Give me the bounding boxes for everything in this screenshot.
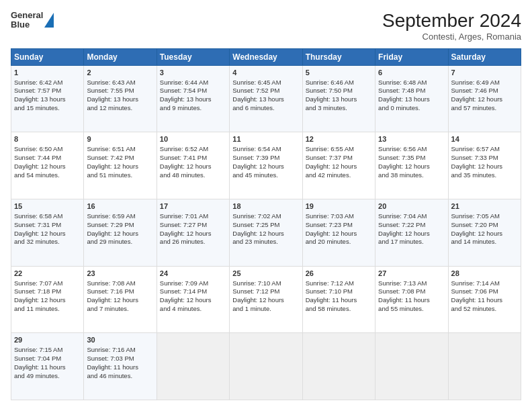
day-info: Sunrise: 7:13 AM [378, 279, 445, 288]
col-sunday: Sunday [11, 48, 84, 65]
day-info: Daylight: 11 hours [87, 363, 153, 372]
day-info: and 49 minutes. [14, 372, 81, 381]
day-number: 27 [378, 269, 445, 279]
calendar-table: Sunday Monday Tuesday Wednesday Thursday… [11, 48, 521, 400]
day-info: Daylight: 13 hours [14, 95, 81, 104]
day-info: Sunrise: 6:52 AM [160, 145, 226, 154]
title-block: September 2024 Contesti, Arges, Romania [382, 11, 521, 42]
logo-text: General Blue [11, 11, 43, 30]
day-number: 19 [306, 201, 372, 212]
day-number: 8 [14, 134, 81, 144]
day-number: 4 [232, 68, 299, 78]
day-info: Sunrise: 7:04 AM [378, 212, 445, 221]
calendar-week-1: 8Sunrise: 6:50 AMSunset: 7:44 PMDaylight… [11, 132, 521, 199]
day-number: 17 [160, 201, 226, 212]
day-info: Sunset: 7:18 PM [14, 287, 81, 296]
calendar-cell: 11Sunrise: 6:54 AMSunset: 7:39 PMDayligh… [230, 132, 302, 199]
day-info: Sunset: 7:29 PM [87, 221, 153, 230]
day-info: Daylight: 11 hours [306, 296, 372, 305]
calendar-cell: 7Sunrise: 6:49 AMSunset: 7:46 PMDaylight… [448, 65, 521, 132]
day-number: 30 [87, 335, 153, 345]
day-info: Daylight: 12 hours [87, 163, 153, 171]
day-info: Sunset: 7:35 PM [378, 154, 445, 163]
day-number: 9 [87, 134, 153, 144]
day-number: 29 [14, 335, 81, 345]
day-info: Sunset: 7:50 PM [306, 87, 372, 95]
calendar-cell [448, 333, 521, 400]
day-info: and 9 minutes. [160, 104, 226, 113]
calendar-subtitle: Contesti, Arges, Romania [382, 32, 521, 42]
day-info: Daylight: 12 hours [232, 230, 299, 238]
day-number: 26 [306, 269, 372, 279]
day-number: 24 [160, 269, 226, 279]
day-info: Sunrise: 6:51 AM [87, 145, 153, 154]
day-info: Sunset: 7:14 PM [160, 287, 226, 296]
day-number: 6 [378, 68, 445, 78]
day-info: and 45 minutes. [232, 171, 299, 180]
day-info: Daylight: 12 hours [451, 95, 518, 104]
calendar-cell: 9Sunrise: 6:51 AMSunset: 7:42 PMDaylight… [84, 132, 157, 199]
day-info: and 42 minutes. [306, 171, 372, 180]
calendar-title: September 2024 [382, 11, 521, 32]
calendar-week-2: 15Sunrise: 6:58 AMSunset: 7:31 PMDayligh… [11, 199, 521, 267]
day-info: Daylight: 12 hours [451, 230, 518, 238]
day-info: and 29 minutes. [87, 238, 153, 246]
day-number: 3 [160, 68, 226, 78]
calendar-cell: 1Sunrise: 6:42 AMSunset: 7:57 PMDaylight… [11, 65, 84, 132]
calendar-cell: 17Sunrise: 7:01 AMSunset: 7:27 PMDayligh… [157, 199, 229, 267]
day-info: Sunrise: 6:50 AM [14, 145, 81, 154]
day-info: and 0 minutes. [378, 104, 445, 113]
day-info: Sunset: 7:20 PM [451, 221, 518, 230]
day-info: and 48 minutes. [160, 171, 226, 180]
day-info: Sunset: 7:06 PM [451, 287, 518, 296]
day-info: Sunset: 7:48 PM [378, 87, 445, 95]
day-info: Sunrise: 7:07 AM [14, 279, 81, 288]
day-info: Daylight: 11 hours [14, 363, 81, 372]
day-info: Sunset: 7:12 PM [232, 287, 299, 296]
day-number: 1 [14, 68, 81, 78]
day-info: and 55 minutes. [378, 305, 445, 314]
calendar-cell: 29Sunrise: 7:15 AMSunset: 7:04 PMDayligh… [11, 333, 84, 400]
day-info: Sunrise: 6:44 AM [160, 79, 226, 87]
calendar-week-3: 22Sunrise: 7:07 AMSunset: 7:18 PMDayligh… [11, 266, 521, 333]
day-info: Sunrise: 7:15 AM [14, 346, 81, 355]
day-info: Sunrise: 6:43 AM [87, 79, 153, 87]
day-info: Daylight: 13 hours [160, 95, 226, 104]
calendar-cell: 20Sunrise: 7:04 AMSunset: 7:22 PMDayligh… [375, 199, 448, 267]
day-info: Sunrise: 7:16 AM [87, 346, 153, 355]
day-info: Daylight: 12 hours [160, 163, 226, 171]
calendar-cell: 26Sunrise: 7:12 AMSunset: 7:10 PMDayligh… [302, 266, 375, 333]
day-info: and 20 minutes. [306, 238, 372, 246]
day-info: Sunrise: 7:12 AM [306, 279, 372, 288]
day-info: Sunrise: 6:59 AM [87, 212, 153, 221]
day-info: Sunset: 7:33 PM [451, 154, 518, 163]
day-info: and 11 minutes. [14, 305, 81, 314]
day-info: Sunset: 7:04 PM [14, 355, 81, 363]
day-info: and 23 minutes. [232, 238, 299, 246]
day-number: 13 [378, 134, 445, 144]
day-number: 25 [232, 269, 299, 279]
day-info: Daylight: 12 hours [14, 296, 81, 305]
day-number: 23 [87, 269, 153, 279]
day-info: Sunset: 7:44 PM [14, 154, 81, 163]
day-info: Sunrise: 6:58 AM [14, 212, 81, 221]
day-info: Sunrise: 7:05 AM [451, 212, 518, 221]
day-info: Sunrise: 7:10 AM [232, 279, 299, 288]
page: General Blue September 2024 Contesti, Ar… [0, 0, 532, 411]
day-info: Daylight: 12 hours [160, 230, 226, 238]
day-number: 10 [160, 134, 226, 144]
calendar-cell: 13Sunrise: 6:56 AMSunset: 7:35 PMDayligh… [375, 132, 448, 199]
day-info: Daylight: 12 hours [232, 163, 299, 171]
day-info: Sunset: 7:52 PM [232, 87, 299, 95]
day-info: Sunset: 7:41 PM [160, 154, 226, 163]
day-info: Daylight: 13 hours [87, 95, 153, 104]
col-friday: Friday [375, 48, 448, 65]
calendar-week-4: 29Sunrise: 7:15 AMSunset: 7:04 PMDayligh… [11, 333, 521, 400]
calendar-cell: 19Sunrise: 7:03 AMSunset: 7:23 PMDayligh… [302, 199, 375, 267]
day-info: and 57 minutes. [451, 104, 518, 113]
day-info: and 3 minutes. [306, 104, 372, 113]
day-info: Sunset: 7:23 PM [306, 221, 372, 230]
day-info: Sunset: 7:42 PM [87, 154, 153, 163]
day-info: Sunrise: 7:02 AM [232, 212, 299, 221]
day-info: and 58 minutes. [306, 305, 372, 314]
